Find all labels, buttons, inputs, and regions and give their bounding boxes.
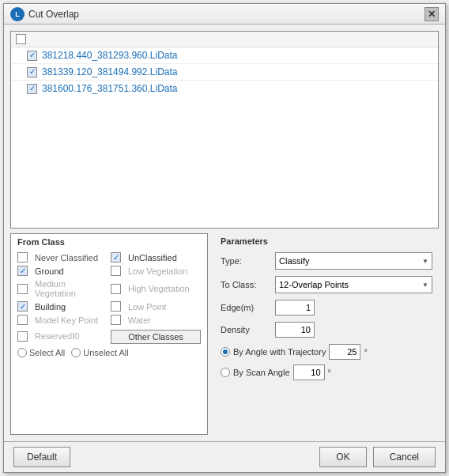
class-item-never-classified: Never Classified xyxy=(17,251,108,263)
file-name-3: 381600.176_381751.360.LiData xyxy=(42,83,178,94)
by-angle-row: By Angle with Trajectory ° xyxy=(221,344,432,360)
checkbox-medium-vegetation[interactable] xyxy=(17,284,28,294)
cancel-button[interactable]: Cancel xyxy=(373,447,436,467)
class-item-model-key-point: Model Key Point xyxy=(17,314,108,326)
select-row: Select All Unselect All xyxy=(17,348,201,357)
class-item-high-vegetation: High Vegetation xyxy=(111,278,201,299)
to-class-dropdown-arrow: ▼ xyxy=(422,281,428,289)
density-input[interactable] xyxy=(275,322,315,338)
type-dropdown-arrow: ▼ xyxy=(422,258,428,265)
unselect-all-item: Unselect All xyxy=(71,348,128,357)
edge-row: Edge(m) xyxy=(221,300,432,315)
label-water: Water xyxy=(128,315,151,325)
class-item-unclassified: UnClassified xyxy=(111,251,201,263)
checkbox-ground[interactable] xyxy=(17,266,28,276)
footer-right: OK Cancel xyxy=(319,447,436,467)
checkbox-low-vegetation[interactable] xyxy=(111,266,121,276)
checkbox-water[interactable] xyxy=(111,315,121,325)
by-angle-unit: ° xyxy=(364,347,367,357)
file-item-3: 381600.176_381751.360.LiData xyxy=(11,81,438,96)
file-checkbox-3[interactable] xyxy=(27,84,37,94)
to-class-label: To Class: xyxy=(221,280,272,289)
class-item-ground: Ground xyxy=(17,265,108,277)
label-high-vegetation: High Vegetation xyxy=(128,284,190,293)
to-class-value: 12-Overlap Points xyxy=(279,280,349,289)
label-building: Building xyxy=(35,302,66,312)
label-model-key-point: Model Key Point xyxy=(35,315,98,325)
class-item-low-point: Low Point xyxy=(111,300,201,312)
by-scan-label: By Scan Angle xyxy=(233,368,290,377)
checkbox-building[interactable] xyxy=(17,301,28,312)
label-low-vegetation: Low Vegetation xyxy=(128,266,187,276)
radio-by-scan[interactable] xyxy=(221,368,230,377)
checkbox-high-vegetation[interactable] xyxy=(111,284,121,294)
to-class-dropdown[interactable]: 12-Overlap Points ▼ xyxy=(275,276,432,293)
type-dropdown[interactable]: Classify ▼ xyxy=(275,252,432,270)
class-item-water: Water xyxy=(111,314,201,326)
header-checkbox[interactable] xyxy=(16,34,26,44)
other-classes-button[interactable]: Other Classes xyxy=(111,330,201,344)
dialog-content: 381218.440_381293.960.LiData 381339.120_… xyxy=(4,25,445,441)
file-checkbox-1[interactable] xyxy=(27,51,37,61)
label-medium-vegetation: Medium Vegetation xyxy=(35,279,108,298)
label-reserved10: ReservedI0 xyxy=(35,331,79,341)
density-row: Density xyxy=(221,322,432,338)
class-item-reserved10: ReservedI0 xyxy=(17,327,108,345)
file-list-header xyxy=(11,32,438,47)
file-item-2: 381339.120_381494.992.LiData xyxy=(11,64,438,81)
radio-by-angle[interactable] xyxy=(221,347,230,357)
to-class-row: To Class: 12-Overlap Points ▼ xyxy=(221,276,432,293)
cut-overlap-dialog: L Cut Overlap ✕ 381218.440_381293.960.Li… xyxy=(3,3,446,473)
file-name-1: 381218.440_381293.960.LiData xyxy=(42,50,178,61)
label-unclassified: UnClassified xyxy=(128,253,177,263)
ok-button[interactable]: OK xyxy=(319,447,366,467)
density-label: Density xyxy=(221,325,272,334)
titlebar-left: L Cut Overlap xyxy=(10,7,79,21)
label-never-classified: Never Classified xyxy=(35,253,98,263)
titlebar: L Cut Overlap ✕ xyxy=(4,4,445,25)
by-angle-label: By Angle with Trajectory xyxy=(233,347,326,357)
file-list: 381218.440_381293.960.LiData 381339.120_… xyxy=(10,31,439,229)
class-item-medium-vegetation: Medium Vegetation xyxy=(17,278,108,299)
parameters-title: Parameters xyxy=(221,236,432,246)
unselect-all-label: Unselect All xyxy=(83,348,128,357)
type-row: Type: Classify ▼ xyxy=(221,252,432,270)
default-button[interactable]: Default xyxy=(13,447,70,467)
select-all-item: Select All xyxy=(17,348,65,357)
close-button[interactable]: ✕ xyxy=(424,7,439,21)
by-scan-input[interactable] xyxy=(293,365,325,380)
file-name-2: 381339.120_381494.992.LiData xyxy=(42,66,178,77)
checkbox-low-point[interactable] xyxy=(111,301,121,312)
app-icon: L xyxy=(10,7,25,21)
label-ground: Ground xyxy=(35,266,64,276)
select-all-label: Select All xyxy=(29,348,65,357)
class-item-building: Building xyxy=(17,300,108,312)
type-value: Classify xyxy=(279,256,310,266)
file-item-1: 381218.440_381293.960.LiData xyxy=(11,47,438,64)
by-scan-row: By Scan Angle ° xyxy=(221,365,432,380)
radio-unselect-all[interactable] xyxy=(71,348,81,357)
class-item-other-placeholder: Other Classes xyxy=(111,327,201,345)
bottom-section: From Class Never Classified UnClassified xyxy=(10,233,439,435)
file-checkbox-2[interactable] xyxy=(27,67,37,77)
by-scan-unit: ° xyxy=(328,368,331,377)
radio-select-all[interactable] xyxy=(17,348,27,357)
label-low-point: Low Point xyxy=(128,302,166,312)
type-label: Type: xyxy=(221,256,272,266)
checkbox-unclassified[interactable] xyxy=(111,252,121,263)
from-class-panel: From Class Never Classified UnClassified xyxy=(10,233,208,435)
dialog-title: Cut Overlap xyxy=(28,9,79,20)
footer: Default OK Cancel xyxy=(4,441,445,472)
class-item-low-vegetation: Low Vegetation xyxy=(111,265,201,277)
class-grid: Never Classified UnClassified Ground Low… xyxy=(17,251,201,345)
checkbox-never-classified[interactable] xyxy=(17,252,28,263)
edge-label: Edge(m) xyxy=(221,303,272,312)
checkbox-model-key-point[interactable] xyxy=(17,315,28,325)
checkbox-reserved10[interactable] xyxy=(17,331,28,342)
from-class-title: From Class xyxy=(17,237,201,247)
edge-input[interactable] xyxy=(275,300,315,315)
parameters-panel: Parameters Type: Classify ▼ To Class: 12… xyxy=(214,233,439,435)
by-angle-input[interactable] xyxy=(329,344,360,360)
